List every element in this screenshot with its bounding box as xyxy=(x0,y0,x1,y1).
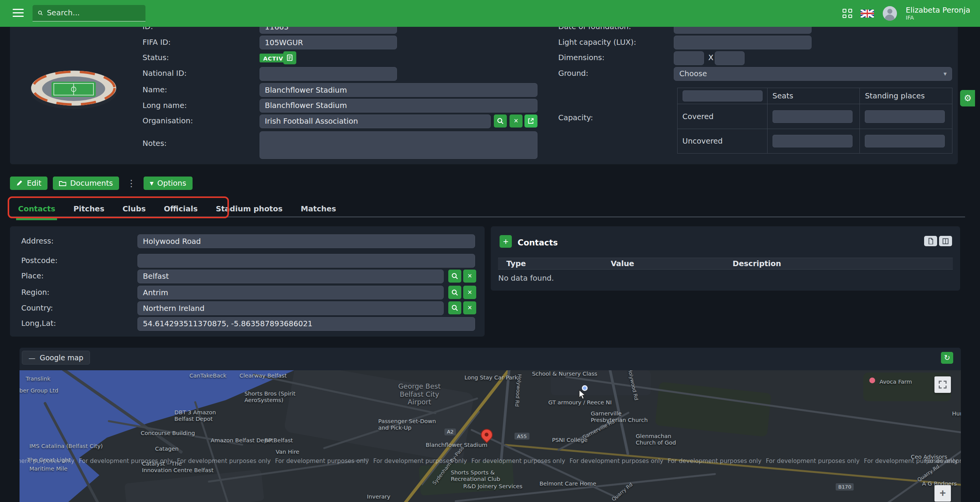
longlat-input[interactable] xyxy=(137,317,475,331)
national-id-input[interactable] xyxy=(260,67,397,81)
address-label: Address: xyxy=(21,237,54,246)
country-input[interactable] xyxy=(137,301,444,315)
map-refresh-button[interactable]: ↻ xyxy=(941,352,954,364)
tabs-divider xyxy=(10,216,965,217)
postcode-label: Postcode: xyxy=(21,257,58,265)
long-name-input[interactable] xyxy=(260,99,538,113)
map-label: BP Belfast xyxy=(265,437,293,443)
export-file-button[interactable] xyxy=(924,236,937,247)
map-fullscreen-button[interactable] xyxy=(934,376,951,392)
address-panel: Address: Postcode: Place: × Region: × Co… xyxy=(10,226,484,336)
language-flag-icon[interactable] xyxy=(861,10,874,18)
dimensions-width-input[interactable] xyxy=(674,51,704,65)
more-actions-button[interactable]: ⋮ xyxy=(124,178,139,189)
uncovered-seats-input[interactable] xyxy=(773,135,853,147)
avatar[interactable] xyxy=(883,6,897,21)
search-input[interactable] xyxy=(47,8,140,17)
long-name-label: Long name: xyxy=(142,101,187,110)
organisation-clear-button[interactable]: × xyxy=(510,114,523,128)
column-settings-button[interactable] xyxy=(939,236,952,247)
add-contact-button[interactable]: + xyxy=(500,235,512,248)
map-label: Shorts Sports & Recreational Club xyxy=(451,469,500,482)
map-marker-pin[interactable] xyxy=(481,429,493,445)
map-label: R&D Joinery Services xyxy=(463,483,523,489)
capacity-label: Capacity: xyxy=(558,114,593,123)
map-label: Hunter xyxy=(952,410,961,417)
organisation-open-button[interactable] xyxy=(524,114,537,128)
country-clear-button[interactable]: × xyxy=(463,301,476,314)
tab-clubs[interactable]: Clubs xyxy=(119,202,149,216)
map-watermark: For development purposes only xyxy=(20,458,75,464)
search-icon xyxy=(38,9,43,17)
map-canvas[interactable]: + Translinkber Group LtdCanTakeBackClear… xyxy=(20,370,961,502)
name-input[interactable] xyxy=(260,83,538,97)
top-navbar: Elizabeta Peronja IFA xyxy=(0,0,980,27)
ground-select[interactable]: Choose ▾ xyxy=(674,67,952,81)
tab-officials[interactable]: Officials xyxy=(160,202,201,216)
map-label: ber Group Ltd xyxy=(20,387,59,394)
notes-textarea[interactable] xyxy=(260,131,538,159)
map-label: Avoca Farm xyxy=(880,378,912,385)
fifa-id-input[interactable] xyxy=(260,36,397,49)
place-clear-button[interactable]: × xyxy=(463,270,476,283)
place-input[interactable] xyxy=(137,270,444,283)
region-clear-button[interactable]: × xyxy=(463,286,476,299)
map-label: IMS Catalina (Belfast City) xyxy=(29,443,103,449)
chevron-down-icon: ▾ xyxy=(944,70,947,77)
edit-button[interactable]: Edit xyxy=(10,177,47,190)
organisation-input[interactable] xyxy=(260,114,491,128)
tab-contacts[interactable]: Contacts xyxy=(15,202,59,216)
notes-label: Notes: xyxy=(142,139,167,148)
map-label: School & Nursery Class xyxy=(532,370,598,377)
contacts-col-type: Type xyxy=(498,259,611,268)
organisation-label: Organisation: xyxy=(142,117,193,126)
map-watermark: For development purposes only xyxy=(79,458,173,464)
user-menu[interactable]: Elizabeta Peronja IFA xyxy=(906,6,970,21)
map-watermark: For development purposes only xyxy=(275,458,369,464)
google-map-collapse-button[interactable]: — Google map xyxy=(22,351,90,365)
tab-matches[interactable]: Matches xyxy=(297,202,340,216)
country-label: Country: xyxy=(21,304,53,313)
global-search[interactable] xyxy=(33,5,146,21)
map-label: Long Stay Car Park xyxy=(464,374,518,381)
documents-button[interactable]: Documents xyxy=(53,177,119,190)
map-label: Inverary xyxy=(367,493,390,500)
hamburger-menu-icon[interactable] xyxy=(13,9,24,18)
capacity-row-uncovered-label: Uncovered xyxy=(677,129,767,154)
covered-standing-input[interactable] xyxy=(865,110,945,123)
settings-gear-button[interactable]: ⚙ xyxy=(960,90,975,106)
folder-icon xyxy=(59,180,67,187)
address-input[interactable] xyxy=(137,234,475,248)
dimensions-height-input[interactable] xyxy=(715,51,745,65)
region-search-button[interactable] xyxy=(448,286,461,299)
light-capacity-input[interactable] xyxy=(674,36,811,49)
map-label: DBT 3 Amazon Belfast Depot xyxy=(175,409,216,422)
capacity-header-input[interactable] xyxy=(683,90,763,101)
country-search-button[interactable] xyxy=(448,301,461,314)
postcode-input[interactable] xyxy=(137,254,475,268)
map-label: Belmont Care Home xyxy=(539,480,596,487)
map-label: Maritime Mile xyxy=(29,465,68,472)
apps-grid-icon[interactable] xyxy=(843,9,852,18)
status-history-button[interactable] xyxy=(283,51,296,64)
tab-pitches[interactable]: Pitches xyxy=(70,202,108,216)
capacity-row-covered-label: Covered xyxy=(677,104,767,129)
contacts-col-value: Value xyxy=(611,259,732,268)
map-watermark: For development purposes only xyxy=(373,458,467,464)
place-search-button[interactable] xyxy=(448,270,461,283)
page: ID: FIFA ID: Status: ACTIVE National ID:… xyxy=(0,0,980,502)
uncovered-standing-input[interactable] xyxy=(865,135,945,147)
covered-seats-input[interactable] xyxy=(773,110,853,123)
organisation-search-button[interactable] xyxy=(494,114,507,128)
place-label: Place: xyxy=(21,272,44,281)
region-input[interactable] xyxy=(137,286,444,299)
map-zoom-in-button[interactable]: + xyxy=(934,485,951,501)
status-label: Status: xyxy=(142,54,169,62)
map-label: A55 xyxy=(514,433,529,440)
tab-stadium-photos[interactable]: Stadium photos xyxy=(212,202,286,216)
dimensions-separator: X xyxy=(708,54,713,62)
map-watermark: For development purposes only xyxy=(766,458,859,464)
options-button[interactable]: ▾ Options xyxy=(144,177,193,190)
dimensions-label: Dimensions: xyxy=(558,54,604,62)
map-label: A2 xyxy=(444,428,456,435)
